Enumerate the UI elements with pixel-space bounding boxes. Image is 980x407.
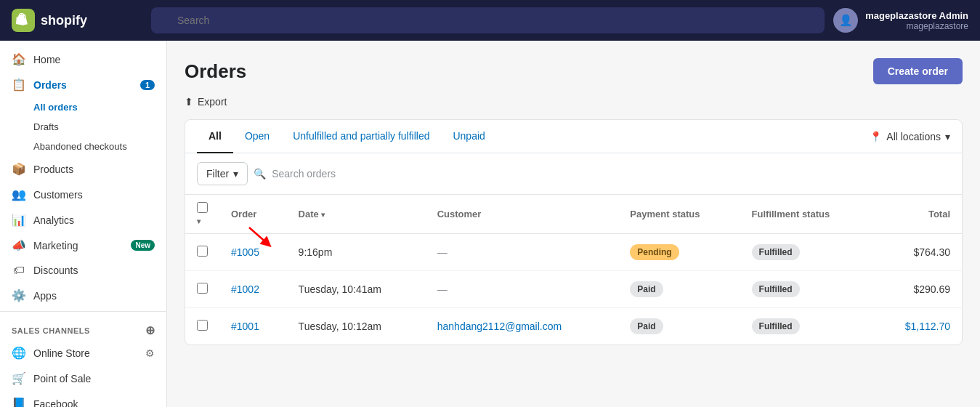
sidebar-item-orders[interactable]: 📋 Orders 1 <box>0 72 166 97</box>
sidebar-label-online-store: Online Store <box>33 347 90 359</box>
th-customer-label: Customer <box>437 209 482 219</box>
sidebar-label-products: Products <box>33 164 73 175</box>
page-title: Orders <box>185 60 246 83</box>
select-all-checkbox[interactable] <box>197 202 208 213</box>
sidebar-item-products[interactable]: 📦 Products <box>0 156 166 182</box>
create-order-button[interactable]: Create order <box>873 58 963 84</box>
home-icon: 🏠 <box>12 52 26 66</box>
filter-chevron-icon: ▾ <box>233 168 238 180</box>
user-area: 👤 mageplazastore Admin mageplazastore <box>833 8 968 33</box>
sidebar-item-discounts[interactable]: 🏷 Discounts <box>0 258 166 283</box>
row-date-cell: Tuesday, 10:12am <box>287 308 426 345</box>
export-row[interactable]: ⬆ Export <box>185 96 963 108</box>
sidebar-item-drafts[interactable]: Drafts <box>0 117 166 137</box>
sidebar-item-customers[interactable]: 👥 Customers <box>0 182 166 207</box>
row-date: Tuesday, 10:12am <box>299 321 381 332</box>
sidebar-item-facebook[interactable]: 📘 Facebook <box>0 391 166 407</box>
discounts-icon: 🏷 <box>12 264 26 277</box>
th-date-label: Date <box>299 209 319 219</box>
sidebar-item-all-orders[interactable]: All orders <box>0 97 166 117</box>
sidebar-item-analytics[interactable]: 📊 Analytics <box>0 207 166 233</box>
filter-row: Filter ▾ 🔍 <box>185 153 962 195</box>
shopify-logo-icon <box>12 9 35 32</box>
sort-date-icon: ▾ <box>321 211 325 219</box>
tab-open[interactable]: Open <box>233 120 281 153</box>
th-total: Total <box>872 195 962 234</box>
search-input[interactable] <box>151 7 825 33</box>
row-customer-cell: — <box>426 234 619 271</box>
svg-line-0 <box>249 227 267 243</box>
all-locations-label: All locations <box>886 131 941 142</box>
online-store-icon: 🌐 <box>12 346 26 360</box>
row-date-cell: Tuesday, 10:41am <box>287 271 426 308</box>
row-fulfillment-cell: Fulfilled <box>740 308 872 345</box>
filter-button[interactable]: Filter ▾ <box>197 162 248 185</box>
row-customer-link[interactable]: hanhdang2112@gmail.com <box>437 321 562 332</box>
tab-all[interactable]: All <box>197 120 233 153</box>
sidebar-label-pos: Point of Sale <box>33 373 91 384</box>
user-store: mageplazastore <box>865 21 968 31</box>
logo-text: shopify <box>41 13 87 28</box>
all-locations-button[interactable]: 📍 All locations ▾ <box>870 125 950 148</box>
fulfillment-status-badge: Fulfilled <box>752 244 800 260</box>
apps-icon: ⚙️ <box>12 289 26 302</box>
tab-unfulfilled[interactable]: Unfulfilled and partially fulfilled <box>281 120 441 153</box>
row-payment-cell: Paid <box>618 271 740 308</box>
sidebar-item-home[interactable]: 🏠 Home <box>0 47 166 72</box>
sidebar-divider <box>0 311 166 312</box>
avatar: 👤 <box>833 8 858 33</box>
drafts-label: Drafts <box>33 121 59 132</box>
table-header-row: ▾ Order Date ▾ Customer Pa <box>185 195 962 234</box>
order-link[interactable]: #1001 <box>231 321 259 332</box>
row-date: Tuesday, 10:41am <box>299 283 381 295</box>
all-orders-label: All orders <box>33 102 78 113</box>
sidebar-item-online-store[interactable]: 🌐 Online Store ⚙ <box>0 340 166 366</box>
row-total: $1,112.70 <box>905 321 950 332</box>
row-order-cell: #1001 <box>219 308 287 345</box>
add-sales-channel-icon[interactable]: ⊕ <box>145 323 155 337</box>
sidebar-label-marketing: Marketing <box>33 240 78 251</box>
sidebar-item-marketing[interactable]: 📣 Marketing New <box>0 233 166 258</box>
row-checkbox[interactable] <box>197 246 208 257</box>
row-order-cell: #1002 <box>219 271 287 308</box>
topnav: shopify 🔍 👤 mageplazastore Admin magepla… <box>0 0 980 41</box>
row-fulfillment-cell: Fulfilled <box>740 234 872 271</box>
sidebar-label-orders: Orders <box>33 79 67 91</box>
row-customer-cell: hanhdang2112@gmail.com <box>426 308 619 345</box>
table-row: #1005 9:16pm — Pending Fulfilled $764.30 <box>185 234 962 271</box>
row-payment-cell: Pending <box>618 234 740 271</box>
order-link[interactable]: #1005 <box>231 246 259 258</box>
row-date: 9:16pm <box>299 246 333 258</box>
row-checkbox-cell <box>185 308 219 345</box>
marketing-badge: New <box>131 240 155 251</box>
sidebar-label-discounts: Discounts <box>33 265 78 276</box>
export-label: Export <box>198 96 227 108</box>
online-store-settings-icon[interactable]: ⚙ <box>145 347 155 359</box>
sidebar-item-apps[interactable]: ⚙️ Apps <box>0 283 166 308</box>
row-total: $764.30 <box>913 246 950 258</box>
sidebar-label-facebook: Facebook <box>33 398 78 408</box>
analytics-icon: 📊 <box>12 213 26 227</box>
products-icon: 📦 <box>12 162 26 176</box>
tabs-row: All Open Unfulfilled and partially fulfi… <box>185 120 962 153</box>
order-link[interactable]: #1002 <box>231 283 259 295</box>
sidebar-label-customers: Customers <box>33 189 83 201</box>
row-checkbox[interactable] <box>197 283 208 294</box>
logo[interactable]: shopify <box>12 9 142 32</box>
row-checkbox-cell <box>185 271 219 308</box>
th-payment-label: Payment status <box>630 209 700 219</box>
th-fulfillment-label: Fulfillment status <box>752 209 830 219</box>
facebook-icon: 📘 <box>12 397 26 407</box>
abandoned-label: Abandoned checkouts <box>33 141 127 152</box>
user-info: mageplazastore Admin mageplazastore <box>865 10 968 31</box>
sidebar-item-pos[interactable]: 🛒 Point of Sale <box>0 366 166 391</box>
th-checkbox: ▾ <box>185 195 219 234</box>
th-total-label: Total <box>928 209 950 219</box>
row-total-cell: $1,112.70 <box>872 308 962 345</box>
row-checkbox[interactable] <box>197 320 208 331</box>
pos-icon: 🛒 <box>12 371 26 385</box>
tab-unpaid[interactable]: Unpaid <box>441 120 496 153</box>
orders-search-input[interactable] <box>272 168 950 180</box>
customers-icon: 👥 <box>12 188 26 201</box>
sidebar-item-abandoned[interactable]: Abandoned checkouts <box>0 137 166 156</box>
